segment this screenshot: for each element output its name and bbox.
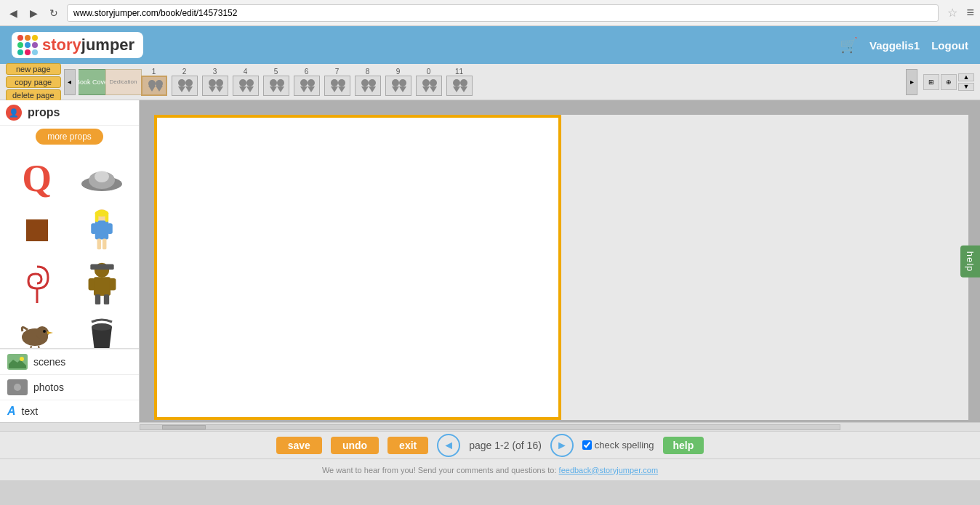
pi18 — [430, 79, 437, 86]
page-thumb-8[interactable]: 8 — [353, 68, 382, 96]
prev-page-button[interactable]: ◄ — [437, 434, 460, 457]
page-num-2: 2 — [182, 68, 187, 76]
page-thumbnail-5[interactable] — [263, 76, 289, 96]
page-thumbnail-3[interactable] — [202, 76, 228, 96]
page-thumb-11[interactable]: 11 — [445, 68, 474, 96]
next-page-button[interactable]: ► — [550, 434, 574, 457]
scroll-down-icon[interactable]: ▼ — [958, 83, 974, 91]
photos-icon-svg — [9, 381, 26, 394]
page-num-1: 1 — [152, 68, 156, 76]
delete-page-button[interactable]: delete page — [6, 89, 61, 101]
t8 — [277, 86, 284, 92]
page-thumb-9[interactable]: 9 — [384, 68, 413, 96]
zoom-icon[interactable]: ⊕ — [941, 74, 957, 90]
app-header: storyjumper 🛒 Vaggelis1 Logout — [0, 26, 980, 64]
browser-menu-icon[interactable]: ≡ — [966, 5, 974, 20]
t20 — [460, 86, 467, 92]
prop-bird[interactable] — [6, 310, 68, 348]
pi6 — [246, 79, 254, 86]
svg-line-24 — [30, 346, 31, 348]
page-thumb-7[interactable]: 7 — [323, 68, 352, 96]
browser-url-bar[interactable] — [67, 4, 939, 22]
scrollbar-thumb[interactable] — [162, 425, 206, 429]
prop-ufo[interactable] — [71, 153, 134, 203]
triangle-2 — [156, 86, 163, 92]
page-thumbnail-7[interactable] — [324, 76, 350, 96]
page-thumbnail-8[interactable] — [355, 76, 381, 96]
sidebar-item-scenes[interactable]: scenes — [0, 349, 139, 374]
dot-orange — [25, 35, 31, 41]
logout-button[interactable]: Logout — [931, 39, 968, 52]
pi13 — [361, 79, 369, 86]
page-thumb-6[interactable]: 6 — [292, 68, 321, 96]
page-thumb-2[interactable]: 2 — [170, 68, 199, 96]
save-button[interactable]: save — [276, 437, 322, 454]
cart-icon[interactable]: 🛒 — [840, 36, 858, 54]
undo-button[interactable]: undo — [331, 437, 379, 454]
prop-bucket[interactable] — [71, 310, 134, 348]
page-layout-icon[interactable]: ⊞ — [923, 74, 939, 90]
browser-back-button[interactable]: ◀ — [6, 6, 20, 20]
svg-rect-10 — [95, 212, 99, 222]
pi2 — [185, 79, 193, 86]
feedback-email-link[interactable]: feedback@storyjumper.com — [559, 466, 659, 474]
prop-girl[interactable] — [71, 206, 134, 255]
prop-letter-q[interactable]: Q — [6, 153, 68, 203]
pages-scroll-right[interactable]: ▸ — [906, 69, 917, 95]
book-cover-thumb[interactable]: Book Cover — [79, 69, 108, 95]
new-page-button[interactable]: new page — [6, 63, 61, 75]
page-thumbnail-4[interactable] — [233, 76, 259, 96]
bottom-bar: save undo exit ◄ page 1-2 (of 16) ► chec… — [0, 431, 980, 458]
page-action-buttons: new page copy page delete page — [6, 63, 61, 101]
help-tab[interactable]: help — [960, 245, 980, 278]
svg-rect-6 — [108, 223, 113, 234]
svg-point-57 — [14, 384, 21, 391]
sidebar: 👤 props more props Q — [0, 100, 140, 422]
t1 — [178, 86, 185, 92]
prop-cowboy[interactable] — [71, 258, 134, 307]
page-thumb-5[interactable]: 5 — [262, 68, 291, 96]
page-thumbnail-1[interactable] — [141, 76, 167, 96]
exit-button[interactable]: exit — [387, 437, 428, 454]
more-props-button[interactable]: more props — [36, 129, 103, 145]
page-thumb-10[interactable]: 0 — [414, 68, 443, 96]
pages-scroll-left[interactable]: ◂ — [64, 69, 76, 95]
page-thumbnail-6[interactable] — [294, 76, 320, 96]
header-username[interactable]: Vaggelis1 — [869, 39, 920, 52]
page-thumbnail-9[interactable] — [385, 76, 411, 96]
dedication-thumbnail[interactable]: Dedication — [105, 69, 142, 95]
svg-rect-17 — [95, 294, 100, 304]
page-thumb-1[interactable]: 1 — [140, 68, 169, 96]
page-thumb-4[interactable]: 4 — [231, 68, 260, 96]
svg-rect-5 — [91, 223, 96, 234]
dedication-thumb[interactable]: Dedication — [109, 69, 138, 95]
svg-rect-16 — [109, 278, 116, 291]
prop-spiral[interactable] — [6, 258, 68, 307]
check-spelling-checkbox[interactable] — [582, 440, 592, 450]
t4 — [216, 86, 223, 92]
scenes-thumbnail — [7, 354, 28, 370]
text-icon: A — [7, 405, 16, 418]
pi7 — [270, 79, 277, 86]
right-page-canvas — [561, 115, 968, 420]
help-button[interactable]: help — [663, 437, 704, 454]
page-thumbnail-10[interactable] — [416, 76, 442, 96]
prop-square[interactable] — [6, 206, 68, 255]
browser-forward-button[interactable]: ▶ — [26, 6, 41, 20]
canvas-area: help — [140, 100, 980, 422]
left-page-canvas[interactable] — [154, 115, 561, 420]
page-thumb-3[interactable]: 3 — [201, 68, 230, 96]
browser-refresh-button[interactable]: ↻ — [47, 6, 61, 20]
scroll-up-icon[interactable]: ▲ — [958, 73, 974, 81]
bookmark-icon[interactable]: ☆ — [947, 6, 957, 20]
page-thumbnail-11[interactable] — [446, 76, 473, 96]
sidebar-item-photos[interactable]: photos — [0, 374, 139, 400]
svg-rect-19 — [90, 264, 113, 270]
page-thumbnail-2[interactable] — [172, 76, 198, 96]
dot-green — [17, 42, 23, 48]
footer: We want to hear from you! Send your comm… — [0, 458, 980, 480]
brown-square — [26, 219, 48, 241]
horizontal-scrollbar[interactable] — [0, 422, 980, 431]
sidebar-item-text[interactable]: A text — [0, 400, 139, 422]
copy-page-button[interactable]: copy page — [6, 76, 61, 88]
